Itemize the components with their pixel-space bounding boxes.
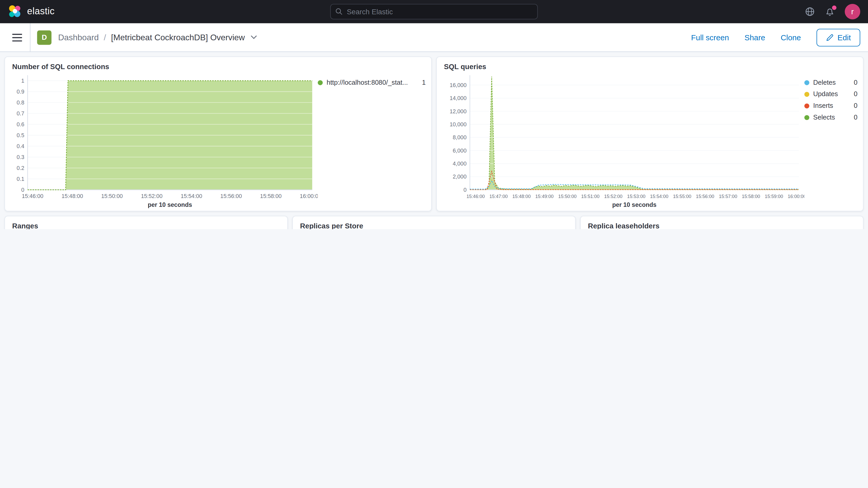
legend-series-dot (804, 115, 809, 120)
svg-text:15:50:00: 15:50:00 (101, 193, 123, 199)
edit-button-label: Edit (838, 33, 851, 42)
edit-button[interactable]: Edit (816, 29, 861, 46)
svg-text:6,000: 6,000 (453, 148, 466, 154)
svg-text:per 10 seconds: per 10 seconds (148, 202, 192, 208)
legend-item[interactable]: Deletes0 (804, 79, 857, 86)
panel-number-of-sql-connections: Number of SQL connections 00.10.20.30.40… (4, 56, 432, 211)
menu-icon[interactable] (8, 23, 27, 52)
svg-text:15:58:00: 15:58:00 (742, 194, 760, 199)
legend-series-label: http://localhost:8080/_stat... (327, 79, 408, 86)
chart-canvas: 00.10.20.30.40.50.60.70.80.9115:46:0015:… (10, 71, 317, 210)
svg-text:15:46:00: 15:46:00 (22, 193, 43, 199)
panel-replica-leaseholders: Replica leaseholders 0102030405060708015… (580, 216, 864, 229)
legend-series-dot (318, 80, 323, 85)
legend-series-value: 0 (849, 79, 857, 86)
panel-title: Replicas per Store (300, 222, 570, 229)
chevron-down-icon[interactable] (251, 35, 257, 39)
svg-text:4,000: 4,000 (453, 160, 466, 167)
legend-series-value: 0 (849, 114, 857, 121)
svg-text:15:53:00: 15:53:00 (627, 194, 645, 199)
svg-text:0.8: 0.8 (17, 99, 24, 106)
svg-text:15:54:00: 15:54:00 (650, 194, 668, 199)
toolbar-divider (30, 23, 30, 52)
svg-text:15:59:00: 15:59:00 (765, 194, 783, 199)
elastic-logo-icon (8, 4, 22, 19)
svg-text:0.7: 0.7 (17, 111, 24, 117)
svg-text:15:47:00: 15:47:00 (489, 194, 507, 199)
svg-text:16,000: 16,000 (450, 82, 466, 88)
legend-item[interactable]: Inserts0 (804, 102, 857, 110)
svg-text:0: 0 (463, 187, 466, 193)
app-window: elastic (0, 0, 868, 229)
svg-text:15:52:00: 15:52:00 (141, 193, 162, 199)
svg-text:15:57:00: 15:57:00 (719, 194, 737, 199)
logo-text: elastic (27, 6, 55, 17)
legend-series-label: Deletes (813, 79, 836, 86)
svg-text:15:49:00: 15:49:00 (535, 194, 554, 199)
user-avatar[interactable]: r (845, 4, 861, 20)
svg-text:0.2: 0.2 (17, 165, 24, 171)
panel-title: Ranges (12, 222, 282, 229)
svg-text:15:56:00: 15:56:00 (696, 194, 714, 199)
legend-series-dot (804, 91, 809, 96)
legend-series-value: 1 (417, 79, 426, 86)
help-icon[interactable] (805, 7, 815, 17)
sql-queries-legend: Deletes0Updates0Inserts0Selects0 (804, 71, 857, 210)
svg-text:12,000: 12,000 (450, 109, 466, 115)
svg-text:15:46:00: 15:46:00 (466, 194, 485, 199)
panel-title: Number of SQL connections (12, 63, 426, 71)
legend-series-label: Inserts (813, 102, 833, 110)
svg-text:per 10 seconds: per 10 seconds (612, 202, 656, 208)
toolbar: D Dashboard / [Metricbeat CockroachDB] O… (0, 23, 868, 52)
svg-text:0.4: 0.4 (17, 143, 24, 149)
svg-text:15:56:00: 15:56:00 (220, 193, 242, 199)
breadcrumb-dashboard-link[interactable]: Dashboard (58, 33, 99, 42)
legend-series-dot (804, 103, 809, 108)
svg-text:15:52:00: 15:52:00 (604, 194, 622, 199)
legend-item[interactable]: Selects0 (804, 114, 857, 121)
pencil-icon (826, 33, 834, 41)
svg-text:15:58:00: 15:58:00 (260, 193, 282, 199)
panel-title: SQL queries (444, 63, 857, 71)
legend-series-dot (804, 80, 809, 85)
clone-button[interactable]: Clone (781, 33, 801, 42)
legend-series-label: Updates (813, 90, 838, 98)
svg-text:0.9: 0.9 (17, 89, 24, 95)
svg-text:8,000: 8,000 (453, 134, 466, 141)
legend-series-label: Selects (813, 114, 835, 121)
svg-text:0.5: 0.5 (17, 132, 24, 139)
svg-text:16:00:00: 16:00:00 (788, 194, 804, 199)
svg-text:2,000: 2,000 (453, 174, 466, 180)
panel-title: Replica leaseholders (588, 222, 857, 229)
search-icon (335, 8, 343, 16)
sql-connections-chart[interactable]: 00.10.20.30.40.50.60.70.80.9115:46:0015:… (10, 71, 317, 210)
svg-text:15:50:00: 15:50:00 (558, 194, 577, 199)
svg-text:14,000: 14,000 (450, 95, 466, 101)
svg-text:15:51:00: 15:51:00 (581, 194, 599, 199)
breadcrumb-separator: / (104, 33, 106, 42)
header-icons: r (805, 4, 860, 20)
global-header: elastic (0, 0, 868, 23)
legend-item[interactable]: Updates0 (804, 90, 857, 98)
full-screen-button[interactable]: Full screen (691, 33, 729, 42)
svg-text:1: 1 (21, 78, 24, 84)
notifications-icon[interactable] (825, 7, 835, 17)
dashboard-actions: Full screen Share Clone Edit (691, 29, 868, 46)
svg-text:0: 0 (21, 187, 24, 193)
svg-text:16:00:00: 16:00:00 (300, 193, 318, 199)
legend-series-value: 0 (849, 102, 857, 110)
svg-text:15:54:00: 15:54:00 (181, 193, 202, 199)
svg-text:15:55:00: 15:55:00 (673, 194, 691, 199)
legend-series-value: 0 (849, 90, 857, 98)
sql-queries-chart[interactable]: 02,0004,0006,0008,00010,00012,00014,0001… (442, 71, 804, 210)
share-button[interactable]: Share (745, 33, 765, 42)
svg-text:15:48:00: 15:48:00 (513, 194, 531, 199)
svg-text:0.3: 0.3 (17, 154, 24, 160)
panel-ranges: Ranges 0102030405060708015:46:0015:48:00… (4, 216, 288, 229)
legend-item[interactable]: http://localhost:8080/_stat...1 (318, 79, 426, 86)
global-search-bar[interactable] (330, 4, 538, 20)
space-badge[interactable]: D (37, 30, 52, 44)
search-input[interactable] (347, 7, 533, 16)
elastic-logo[interactable]: elastic (8, 4, 55, 19)
chart-canvas: 02,0004,0006,0008,00010,00012,00014,0001… (442, 71, 804, 210)
